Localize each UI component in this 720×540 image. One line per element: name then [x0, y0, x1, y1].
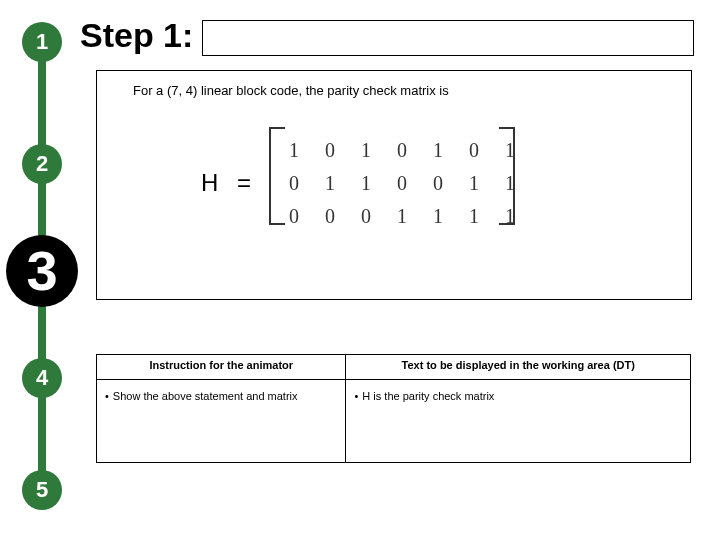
matrix-row: 1 0 1 0 1 0 1 [277, 135, 527, 166]
matrix-cell: 1 [349, 168, 383, 199]
matrix-cell: 1 [457, 201, 491, 232]
matrix-label: H = [201, 169, 257, 197]
matrix-cell: 0 [385, 135, 419, 166]
step-dot-5: 5 [22, 470, 62, 510]
instruction-header-left: Instruction for the animator [97, 355, 346, 380]
matrix-row: 0 1 1 0 0 1 1 [277, 168, 527, 199]
matrix-cell: 1 [493, 201, 527, 232]
matrix-cell: 1 [385, 201, 419, 232]
step-dot-3-current: 3 [6, 235, 78, 307]
instruction-table: Instruction for the animator Text to be … [96, 354, 691, 463]
matrix-cell: 1 [349, 135, 383, 166]
instruction-left-text: Show the above statement and matrix [113, 390, 298, 402]
instruction-cell-left: •Show the above statement and matrix [97, 380, 346, 463]
instruction-cell-right: •H is the parity check matrix [346, 380, 691, 463]
bullet-icon: • [105, 390, 109, 402]
instruction-right-text: H is the parity check matrix [362, 390, 494, 402]
matrix-cell: 1 [493, 168, 527, 199]
content-box: For a (7, 4) linear block code, the pari… [96, 70, 692, 300]
matrix-cell: 0 [349, 201, 383, 232]
matrix-cell: 1 [457, 168, 491, 199]
bullet-icon: • [354, 390, 358, 402]
instruction-header-right: Text to be displayed in the working area… [346, 355, 691, 380]
step-dot-4: 4 [22, 358, 62, 398]
matrix-cell: 1 [277, 135, 311, 166]
matrix-cell: 1 [421, 135, 455, 166]
matrix-cell: 0 [277, 168, 311, 199]
step-dot-1: 1 [22, 22, 62, 62]
matrix-row: 0 0 0 1 1 1 1 [277, 201, 527, 232]
matrix-cell: 0 [457, 135, 491, 166]
matrix-cell: 0 [313, 201, 347, 232]
step-dot-2: 2 [22, 144, 62, 184]
matrix-cell: 0 [313, 135, 347, 166]
matrix-cell: 0 [421, 168, 455, 199]
slide-heading: Step 1: [80, 16, 193, 55]
matrix-cell: 1 [493, 135, 527, 166]
intro-text: For a (7, 4) linear block code, the pari… [133, 83, 449, 98]
matrix-cell: 1 [421, 201, 455, 232]
matrix-cell: 1 [313, 168, 347, 199]
matrix-cell: 0 [277, 201, 311, 232]
parity-check-matrix: 1 0 1 0 1 0 1 0 1 1 0 0 1 1 0 0 0 1 1 1 … [275, 133, 529, 234]
matrix-cell: 0 [385, 168, 419, 199]
heading-input-box [202, 20, 694, 56]
